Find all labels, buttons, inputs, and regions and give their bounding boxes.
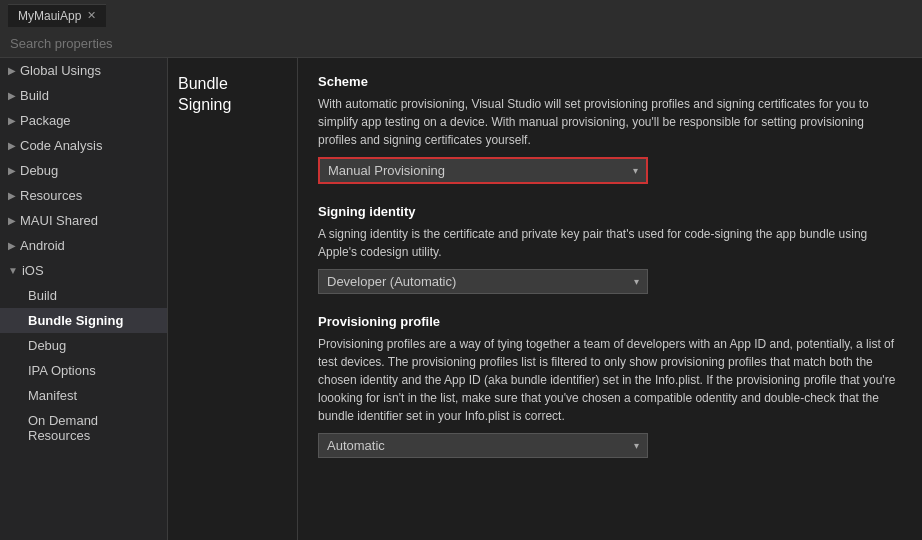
signing-identity-description: A signing identity is the certificate an… bbox=[318, 225, 902, 261]
sidebar-item-label: Bundle Signing bbox=[28, 313, 123, 328]
sidebar-item-debug[interactable]: ▶ Debug bbox=[0, 158, 167, 183]
sidebar-item-label: MAUI Shared bbox=[20, 213, 98, 228]
sidebar-item-label: Build bbox=[20, 88, 49, 103]
content-area: Bundle Signing Scheme With automatic pro… bbox=[168, 58, 922, 540]
sidebar-item-label: Debug bbox=[28, 338, 66, 353]
sidebar-item-resources[interactable]: ▶ Resources bbox=[0, 183, 167, 208]
section-title-panel: Bundle Signing bbox=[168, 58, 298, 540]
tab-label: MyMauiApp bbox=[18, 9, 81, 23]
sidebar-item-label: Code Analysis bbox=[20, 138, 102, 153]
sidebar-item-label: iOS bbox=[22, 263, 44, 278]
sidebar-item-ios-manifest[interactable]: Manifest bbox=[0, 383, 167, 408]
provisioning-profile-dropdown[interactable]: Automatic ▾ bbox=[318, 433, 648, 458]
tab-close-button[interactable]: ✕ bbox=[87, 9, 96, 22]
arrow-icon: ▶ bbox=[8, 65, 16, 76]
signing-identity-dropdown[interactable]: Developer (Automatic) ▾ bbox=[318, 269, 648, 294]
scheme-section: Scheme With automatic provisioning, Visu… bbox=[318, 74, 902, 184]
provisioning-profile-section: Provisioning profile Provisioning profil… bbox=[318, 314, 902, 458]
sidebar-item-global-usings[interactable]: ▶ Global Usings bbox=[0, 58, 167, 83]
chevron-down-icon: ▾ bbox=[633, 165, 638, 176]
chevron-down-icon: ▾ bbox=[634, 276, 639, 287]
signing-identity-section: Signing identity A signing identity is t… bbox=[318, 204, 902, 294]
signing-identity-dropdown-value: Developer (Automatic) bbox=[327, 274, 456, 289]
content-detail: Scheme With automatic provisioning, Visu… bbox=[298, 58, 922, 540]
sidebar-item-maui-shared[interactable]: ▶ MAUI Shared bbox=[0, 208, 167, 233]
provisioning-profile-dropdown-value: Automatic bbox=[327, 438, 385, 453]
sidebar-item-ios-build[interactable]: Build bbox=[0, 283, 167, 308]
main-layout: ▶ Global Usings ▶ Build ▶ Package ▶ Code… bbox=[0, 58, 922, 540]
search-input[interactable] bbox=[10, 36, 912, 51]
arrow-icon: ▶ bbox=[8, 90, 16, 101]
app-tab[interactable]: MyMauiApp ✕ bbox=[8, 4, 106, 27]
sidebar-item-ios-ipa-options[interactable]: IPA Options bbox=[0, 358, 167, 383]
arrow-icon: ▶ bbox=[8, 240, 16, 251]
sidebar-item-ios-debug[interactable]: Debug bbox=[0, 333, 167, 358]
sidebar-item-android[interactable]: ▶ Android bbox=[0, 233, 167, 258]
sidebar-item-label: IPA Options bbox=[28, 363, 96, 378]
sidebar-item-label: Android bbox=[20, 238, 65, 253]
arrow-icon: ▶ bbox=[8, 215, 16, 226]
sidebar-item-package[interactable]: ▶ Package bbox=[0, 108, 167, 133]
sidebar-item-label: Manifest bbox=[28, 388, 77, 403]
arrow-icon: ▶ bbox=[8, 165, 16, 176]
chevron-down-icon: ▾ bbox=[634, 440, 639, 451]
arrow-icon: ▼ bbox=[8, 265, 18, 276]
sidebar-item-label: Resources bbox=[20, 188, 82, 203]
sidebar-item-label: Debug bbox=[20, 163, 58, 178]
sidebar-item-label: Build bbox=[28, 288, 57, 303]
sidebar-item-label: Package bbox=[20, 113, 71, 128]
sidebar-item-ios-on-demand-resources[interactable]: On Demand Resources bbox=[0, 408, 167, 448]
section-title: Bundle Signing bbox=[178, 74, 287, 116]
title-bar: MyMauiApp ✕ bbox=[0, 0, 922, 30]
scheme-dropdown-value: Manual Provisioning bbox=[328, 163, 445, 178]
sidebar-item-code-analysis[interactable]: ▶ Code Analysis bbox=[0, 133, 167, 158]
sidebar-item-label: On Demand Resources bbox=[28, 413, 159, 443]
sidebar-item-ios-bundle-signing[interactable]: Bundle Signing bbox=[0, 308, 167, 333]
provisioning-profile-description: Provisioning profiles are a way of tying… bbox=[318, 335, 902, 425]
provisioning-profile-heading: Provisioning profile bbox=[318, 314, 902, 329]
sidebar: ▶ Global Usings ▶ Build ▶ Package ▶ Code… bbox=[0, 58, 168, 540]
sidebar-item-ios[interactable]: ▼ iOS bbox=[0, 258, 167, 283]
signing-identity-heading: Signing identity bbox=[318, 204, 902, 219]
search-bar bbox=[0, 30, 922, 58]
sidebar-item-label: Global Usings bbox=[20, 63, 101, 78]
scheme-dropdown[interactable]: Manual Provisioning ▾ bbox=[318, 157, 648, 184]
scheme-description: With automatic provisioning, Visual Stud… bbox=[318, 95, 902, 149]
arrow-icon: ▶ bbox=[8, 140, 16, 151]
arrow-icon: ▶ bbox=[8, 115, 16, 126]
arrow-icon: ▶ bbox=[8, 190, 16, 201]
sidebar-item-build[interactable]: ▶ Build bbox=[0, 83, 167, 108]
scheme-heading: Scheme bbox=[318, 74, 902, 89]
